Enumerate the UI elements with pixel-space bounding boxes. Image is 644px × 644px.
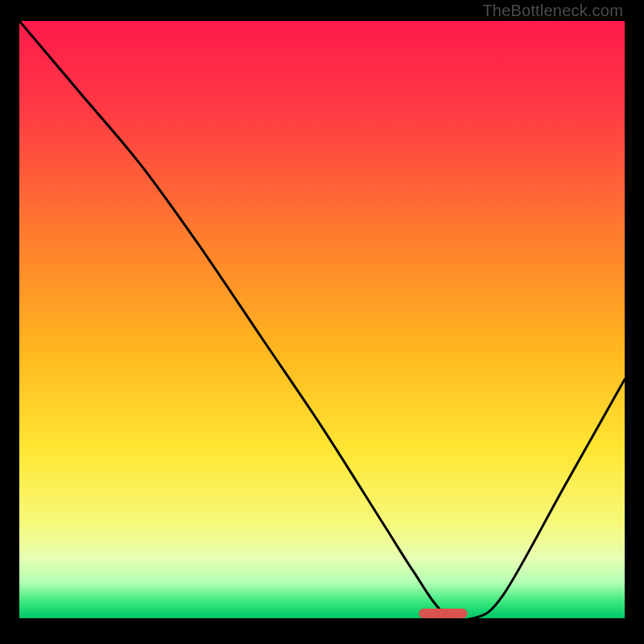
- optimal-range-marker: [419, 609, 467, 618]
- chart-frame: TheBottleneck.com: [0, 0, 644, 644]
- watermark-text: TheBottleneck.com: [482, 2, 623, 20]
- gradient-background: [19, 21, 625, 618]
- plot-area: [19, 21, 625, 618]
- bottleneck-chart: [19, 21, 625, 618]
